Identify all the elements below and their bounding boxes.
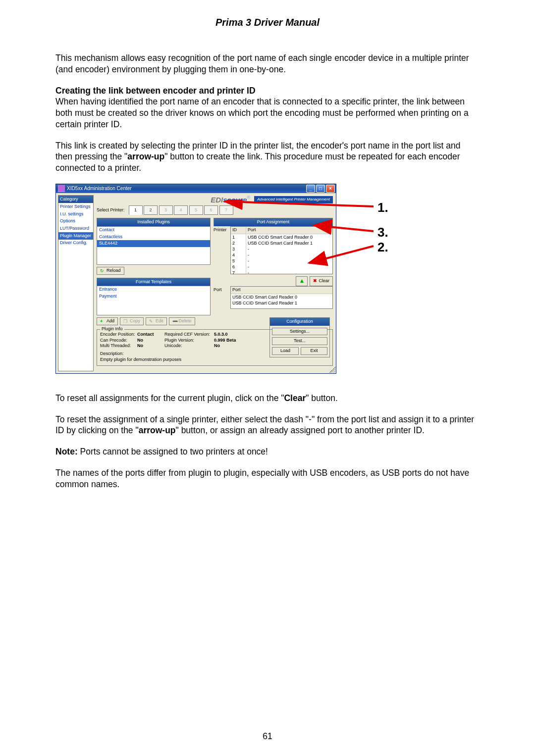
port-list-item[interactable]: USB CCID Smart Card Reader 0 [231,294,332,300]
printer-tab-6[interactable]: 6 [204,205,218,215]
configuration-legend: Configuration [270,318,329,326]
resize-grip[interactable] [329,367,335,373]
info-value: Contact [137,332,164,338]
page-number: 61 [0,731,535,742]
info-label: Unicode: [164,343,214,349]
embedded-screenshot: XID5xx Administration Center _ □ × Categ… [55,184,402,377]
window-title: XID5xx Administration Center [67,185,306,192]
printer-tab-4[interactable]: 4 [174,205,188,215]
installed-plugins-header: Installed Plugins [97,218,211,226]
body-paragraph: When having identified the port name of … [55,96,480,130]
info-value: No [214,343,241,349]
info-value: No [137,338,164,344]
info-label: Multi Threaded: [100,343,137,349]
info-label: Description: [100,351,124,356]
body-paragraph: To reset all assignments for the current… [55,393,480,404]
edit-icon [149,319,154,324]
info-value: No [137,343,164,349]
plugin-info-legend: Plugin Info [100,326,124,332]
installed-plugins-list[interactable]: Contact Contactless SLE4442 [97,226,211,265]
port-list-item[interactable]: - [231,306,332,309]
svg-line-2 [314,225,374,231]
info-label: Can Precode: [100,338,137,344]
delete-template-button[interactable]: Delete [169,317,195,325]
reload-button[interactable]: Reload [97,267,124,275]
info-value: 0.999 Beta [214,338,241,344]
table-row-id[interactable]: 7 [231,270,246,276]
template-item[interactable]: Entrance [97,286,210,293]
sidebar-item-driver-config[interactable]: Driver Config. [58,240,93,247]
sidebar-header: Category [58,196,93,203]
plus-icon [100,319,105,324]
app-icon [58,185,65,192]
note-paragraph: Note: Ports cannot be assigned to two pr… [55,446,480,457]
info-value: 5.0.3.0 [214,332,241,338]
select-printer-label: Select Printer: [97,207,125,213]
body-paragraph: The names of the ports differ from plugi… [55,467,480,490]
configuration-group: Configuration Settings... Test... Load E… [269,317,330,357]
port-list[interactable]: Port USB CCID Smart Card Reader 0 USB CC… [230,286,333,309]
body-paragraph: To reset the assignment of a single prin… [55,414,480,437]
copy-icon [123,319,128,324]
section-heading: Creating the link between encoder and pr… [55,85,480,97]
intro-paragraph: This mechanism allows easy recognition o… [55,52,480,75]
minimize-button[interactable]: _ [306,185,315,193]
clear-x-icon: ✖ [313,278,317,284]
plugin-item[interactable]: Contact [97,227,210,234]
maximize-button[interactable]: □ [316,185,325,193]
body-paragraph: This link is created by selecting the pr… [55,140,480,174]
format-templates-list[interactable]: Entrance Payment [97,286,211,315]
edit-template-button[interactable]: Edit [146,317,167,325]
info-label: Plugin Version: [164,338,214,344]
sidebar-item-iu-settings[interactable]: I.U. settings [58,210,93,218]
category-sidebar[interactable]: Category Printer Settings I.U. settings … [58,195,94,371]
reload-icon [100,268,105,273]
clear-button[interactable]: ✖Clear [310,276,333,286]
svg-line-3 [309,246,374,263]
port-label: Port [214,286,228,309]
port-list-header: Port [231,287,332,294]
load-button[interactable]: Load [272,347,299,355]
printer-tab-5[interactable]: 5 [189,205,203,215]
info-label: Required CEF Version: [164,332,214,338]
sidebar-item-lut-password[interactable]: LUT/Password [58,225,93,233]
copy-template-button[interactable]: Copy [120,317,144,325]
plugin-item-selected[interactable]: SLE4442 [97,240,210,247]
svg-line-1 [225,202,374,206]
info-label: Encoder Position: [100,332,137,338]
close-button[interactable]: × [326,185,335,193]
minus-icon [172,319,177,324]
window-titlebar[interactable]: XID5xx Administration Center _ □ × [56,184,336,193]
manual-title: Prima 3 Driver Manual [55,16,480,29]
table-row-port[interactable]: - [246,270,332,276]
printer-tab-3[interactable]: 3 [159,205,173,215]
printer-tab-2[interactable]: 2 [144,205,158,215]
sidebar-item-printer-settings[interactable]: Printer Settings [58,203,93,210]
annotation-arrows [220,200,383,269]
template-item[interactable]: Payment [97,293,210,300]
format-templates-header: Format Templates [97,278,211,286]
add-template-button[interactable]: Add [97,317,118,325]
info-value: Empty plugin for demonstration purposes [100,357,181,362]
port-list-item[interactable]: USB CCID Smart Card Reader 1 [231,300,332,306]
sidebar-item-plugin-manager[interactable]: Plugin Manager [58,232,93,240]
exit-button[interactable]: Exit [301,347,327,355]
test-button[interactable]: Test... [272,337,327,345]
settings-button[interactable]: Settings... [272,328,327,336]
assign-arrow-up-button[interactable]: ▲ [296,276,308,286]
sidebar-item-options[interactable]: Options [58,218,93,225]
plugin-item[interactable]: Contactless [97,234,210,241]
printer-tab-1[interactable]: 1 [129,205,143,215]
